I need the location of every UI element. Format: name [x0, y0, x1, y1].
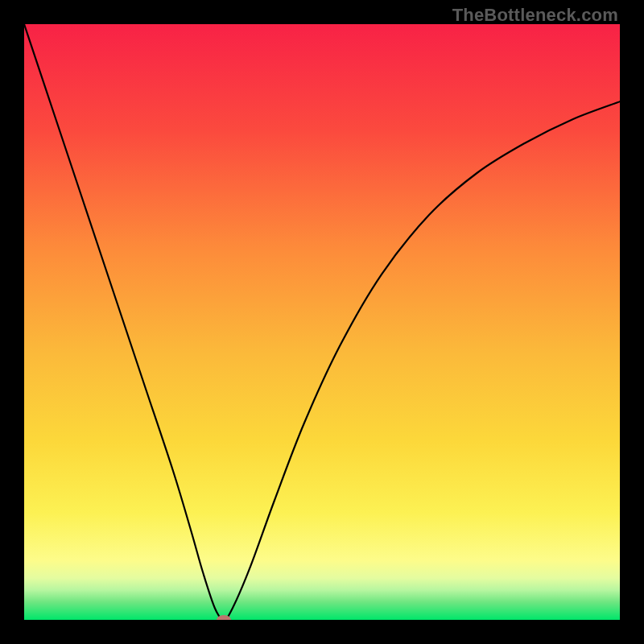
minimum-marker	[217, 615, 231, 620]
chart-frame: TheBottleneck.com	[0, 0, 644, 644]
plot-area	[24, 24, 620, 620]
watermark-text: TheBottleneck.com	[452, 5, 618, 26]
bottleneck-curve	[24, 24, 620, 620]
